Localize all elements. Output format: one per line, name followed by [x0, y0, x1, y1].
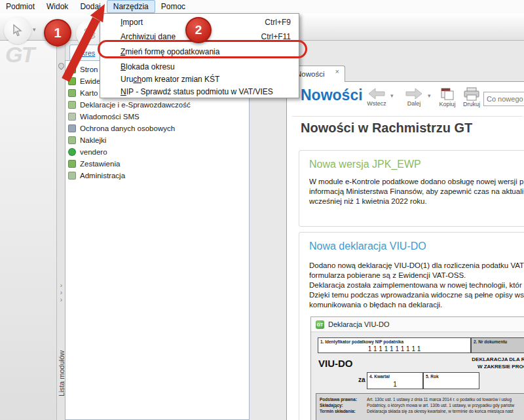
body-line: wcześniej niż 1 kwietnia 2022 roku. — [309, 197, 427, 205]
legal-info-box: Podstawa prawna:Art. 130c ust. 1 ustawy … — [316, 393, 524, 420]
labels-icon — [68, 136, 76, 144]
tree-item-zestawienia[interactable]: Zestawienia — [68, 159, 120, 169]
cursor-icon — [11, 24, 24, 37]
app-window: Podmiot Widok Dodaj Narzędzia Pomoc ▾ GT… — [0, 0, 524, 420]
content-heading: Nowości w Rachmistrzu GT — [301, 121, 472, 136]
section-viu-do: Nowa deklaracja VIU-DO Dodano nową dekla… — [299, 232, 524, 420]
year-field: 5. Rok — [423, 372, 479, 389]
section-title: Nowa deklaracja VIU-DO — [309, 240, 426, 252]
chevron-icon: › — [60, 282, 62, 289]
tree-item-deklaracje[interactable]: Deklaracje i e-Sprawozdawczość — [68, 100, 191, 110]
tree-item-administracja[interactable]: Administracja — [68, 170, 125, 181]
body-line: komunikowania o błędach na deklaracji. — [309, 301, 442, 309]
stack-icon — [83, 28, 97, 39]
body-line: informacją Ministerstwa Finansów, aby za… — [309, 187, 523, 195]
report-icon — [68, 101, 76, 109]
menu-item-nip-vat-vies[interactable]: NIP - Sprawdź status podmiotu w VAT/VIES — [100, 85, 299, 98]
select-tool-caret-icon[interactable]: ▾ — [33, 26, 36, 33]
section-title: Nowa wersja JPK_EWP — [309, 159, 421, 170]
admin-icon — [68, 172, 76, 180]
chevron-icon: › — [60, 289, 62, 296]
printer-icon — [463, 87, 480, 101]
menu-pomoc[interactable]: Pomoc — [155, 1, 191, 12]
gt-watermark: GT — [5, 42, 33, 67]
navigation-tree-panel: Stron Ewide Karto Deklaracje i e-Sprawoz… — [65, 60, 250, 420]
body-line: Dodano nową deklarację VIU-DO(1) dla roz… — [309, 261, 524, 269]
menu-bar: Podmiot Widok Dodaj Narzędzia Pomoc — [0, 0, 524, 13]
body-line: Deklaracja została zaimplementowana w no… — [309, 281, 522, 289]
body-line: Dzięki temu podczas wprowadzania widoczn… — [309, 291, 524, 299]
nowosci-page: Nowości Wstecz ▾ Dalej ▾ Kopiuj — [286, 81, 524, 420]
print-button[interactable]: Drukuj — [460, 87, 483, 107]
tree-item-ochrona-danych[interactable]: Ochrona danych osobowych — [68, 123, 175, 134]
tab-nowosci-label: Nowości — [296, 70, 324, 78]
sms-icon — [68, 113, 76, 121]
toolbar-divider — [292, 116, 523, 117]
charts-icon — [68, 160, 76, 168]
tree-item-wiadomosci-sms[interactable]: Wiadomości SMS — [68, 111, 140, 122]
shield-icon — [68, 124, 76, 132]
tree-item-vendero[interactable]: vendero — [68, 147, 107, 157]
forward-caret-icon[interactable]: ▾ — [428, 92, 431, 99]
select-tool-button[interactable] — [4, 16, 31, 44]
menu-narzedzia[interactable]: Narzędzia — [107, 0, 155, 13]
vendero-icon — [68, 148, 76, 156]
quarter-field: 4. Kwartał 1 — [367, 372, 423, 389]
flag-icon — [68, 66, 76, 73]
page-title: Nowości — [301, 86, 363, 104]
forward-button[interactable]: Dalej — [402, 87, 426, 107]
search-input[interactable] — [483, 92, 524, 106]
tree-item-kartoteki[interactable]: Karto — [68, 88, 98, 98]
copy-button[interactable]: Kopiuj — [436, 87, 458, 107]
shortcut-label: Ctrl+F9 — [265, 18, 299, 27]
module-bar: GT — [0, 41, 57, 420]
copy-icon — [440, 87, 455, 101]
nip-field: 1. Identyfikator podatkowy NIP podatnika… — [318, 337, 471, 353]
form-code: VIU-DO — [318, 358, 353, 369]
preview-window-titlebar: GT Deklaracja VIU-DO — [311, 317, 524, 332]
back-button[interactable]: Wstecz — [365, 87, 388, 107]
forward-arrow-icon — [404, 87, 424, 100]
menu-podmiot[interactable]: Podmiot — [0, 1, 41, 12]
body-line: formularza pobierane są z Ewidencji VAT-… — [309, 271, 466, 279]
za-label: za — [358, 376, 365, 383]
annotation-highlight-oval — [98, 40, 307, 58]
annotation-step-1: 1 — [44, 19, 71, 47]
preview-window-title: Deklaracja VIU-DO — [328, 320, 390, 328]
menu-item-blokada-okresu[interactable]: Blokada okresu — [100, 60, 299, 73]
doc-number-field: 2. Nr dokumentu — [471, 337, 524, 353]
declaration-title-line1: DEKLARACJA DLA ROZLICZE — [395, 356, 524, 362]
drawer-icon — [68, 89, 76, 97]
pin-icon[interactable] — [57, 62, 66, 70]
tree-item-naklejki[interactable]: Naklejki — [68, 135, 106, 145]
back-arrow-icon — [367, 87, 386, 100]
gt-app-icon: GT — [316, 320, 324, 329]
tab-close-icon[interactable]: × — [335, 67, 339, 75]
book-icon — [68, 77, 76, 85]
declaration-title-line2: W ZAKRESIE PROCEDUR — [395, 364, 524, 370]
back-caret-icon[interactable]: ▾ — [390, 92, 394, 99]
chevron-icon: › — [60, 296, 62, 303]
annotation-step-2: 2 — [185, 17, 212, 43]
menu-widok[interactable]: Widok — [41, 1, 74, 12]
viu-do-preview-window: GT Deklaracja VIU-DO 1. Identyfikator po… — [310, 316, 524, 420]
section-jpk-ewp: Nowa wersja JPK_EWP W module e-Kontrole … — [299, 150, 524, 227]
tree-item-strona[interactable]: Stron — [68, 64, 98, 75]
menu-dodaj[interactable]: Dodaj — [74, 1, 106, 12]
body-line: W module e-Kontrole podatkowe dodano obs… — [309, 178, 523, 185]
menu-item-kreator-kst[interactable]: Uruchom kreator zmian KŚT — [100, 73, 299, 86]
tree-item-ewidencje[interactable]: Ewide — [68, 76, 100, 86]
